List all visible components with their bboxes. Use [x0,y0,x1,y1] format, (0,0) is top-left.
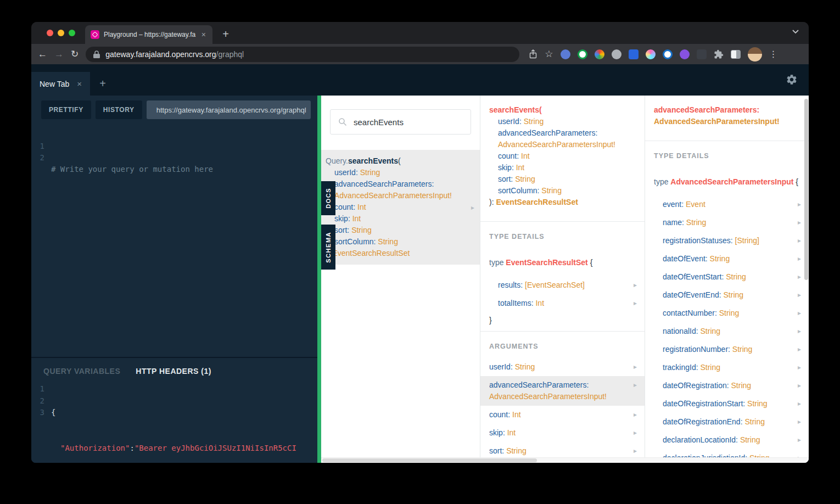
arg-type: Int [357,203,366,211]
field-name: searchEvents [348,156,398,165]
query-editor[interactable]: 1 2 # Write your query or mutation here [31,124,317,357]
line-number: 2 [31,152,44,164]
add-session-button[interactable]: + [90,72,115,96]
doc-argument-row[interactable]: skip: Int ▸ [480,424,645,442]
doc-field-row[interactable]: dateOfEventEnd: String▸ [645,286,809,304]
extension-icon-9[interactable] [697,49,707,59]
doc-field-row[interactable]: results: [EventSearchSet] ▸ [480,276,645,294]
scrollbar-thumb[interactable] [322,458,537,462]
extension-icon-3[interactable] [595,49,604,59]
extension-icon-2[interactable] [578,49,587,59]
doc-field-row[interactable]: dateOfRegistrationStart: String▸ [645,395,809,413]
share-icon[interactable] [529,49,537,59]
type-declaration[interactable]: type EventSearchResultSet { [480,248,645,276]
field-type: [EventSearchSet] [525,281,585,289]
doc-field-row[interactable]: nationalId: String▸ [645,322,809,340]
row-text: sort: String [489,445,527,457]
type-declaration[interactable]: type AdvancedSearchParametersInput { [645,167,809,195]
signature-line: advancedSearchParameters: [654,104,800,116]
browser-menu-icon[interactable]: ⋮ [769,49,778,59]
field-name: contactNumber: [663,309,719,317]
doc-field-row[interactable]: dateOfRegistrationEnd: String▸ [645,413,809,431]
horizontal-scrollbar[interactable] [321,457,809,463]
expand-arrow-icon: ▸ [798,380,801,391]
search-value: searchEvents [354,117,404,127]
docs-search-input[interactable]: searchEvents [330,109,471,135]
argument-header: advancedSearchParameters: AdvancedSearch… [645,96,809,141]
doc-field-row[interactable]: name: String▸ [645,214,809,232]
arg-type: String [524,117,544,126]
vertical-scrollbar[interactable] [804,96,809,463]
expand-arrow-icon: ▸ [634,409,637,421]
doc-field-row[interactable]: dateOfEvent: String▸ [645,250,809,268]
settings-gear-icon[interactable] [786,74,798,86]
history-button[interactable]: HISTORY [96,100,142,119]
doc-argument-row[interactable]: userId: String ▸ [480,358,645,376]
lock-icon [93,51,100,58]
expand-arrow-icon: ▸ [798,307,801,319]
http-headers-tab[interactable]: HTTP HEADERS (1) [136,367,211,376]
forward-button[interactable]: → [54,49,64,59]
new-tab-button[interactable]: + [218,26,233,42]
schema-side-tab[interactable]: SCHEMA [321,225,335,270]
endpoint-input[interactable]: https://gateway.farajaland.opencrvs.org/… [147,100,311,119]
extension-icon-4[interactable] [612,49,621,59]
docs-side-tab[interactable]: DOCS [321,181,335,215]
session-tab[interactable]: New Tab × [31,72,90,96]
arg-type: String [515,175,535,183]
reload-button[interactable]: ↻ [71,49,79,59]
search-result-item[interactable]: Query.searchEvents( userId: String advan… [321,150,480,265]
zoom-window-button[interactable] [69,30,75,36]
pane-divider[interactable] [317,96,321,463]
extension-icon-1[interactable] [561,49,570,59]
row-text: count: Int [489,409,521,421]
address-bar[interactable]: gateway.farajaland.opencrvs.org/graphql [86,47,519,62]
doc-field-row[interactable]: dateOfEventStart: String▸ [645,268,809,286]
query-variables-tab[interactable]: QUERY VARIABLES [43,367,120,376]
headers-code: { "Authorization":"Bearer eyJhbGciOiJSUz… [51,383,317,463]
back-button[interactable]: ← [38,49,47,59]
scrollbar-thumb[interactable] [804,99,808,280]
doc-field-row[interactable]: contactNumber: String▸ [645,304,809,322]
doc-field-row[interactable]: trackingId: String▸ [645,359,809,377]
extension-icon-5[interactable] [629,49,639,59]
search-wrap: searchEvents [321,96,480,143]
doc-field-row[interactable]: declarationLocationId: String▸ [645,431,809,449]
session-tab-close-icon[interactable]: × [77,79,82,88]
tab-close-icon[interactable]: × [200,30,207,39]
profile-avatar[interactable] [748,47,762,61]
arg-name: sort: [498,175,515,183]
editor-toolbar: PRETTIFY HISTORY https://gateway.farajal… [31,96,317,124]
doc-field-row[interactable]: event: Event▸ [645,195,809,214]
doc-argument-row[interactable]: count: Int ▸ [480,406,645,424]
close-window-button[interactable] [47,30,53,36]
row-text: dateOfEvent: String [663,253,730,265]
arg-type: String [506,446,527,455]
field-type: Int [535,299,544,307]
http-headers-editor[interactable]: 1 2 3 { "Authorization":"Bearer eyJhbGci… [31,380,317,463]
bookmark-star-icon[interactable]: ☆ [545,49,553,59]
expand-arrow-icon: ▸ [798,235,801,247]
extensions-puzzle-icon[interactable] [714,49,724,59]
prettify-button[interactable]: PRETTIFY [41,100,91,119]
expand-arrow-icon: ▸ [798,253,801,265]
punctuation: ): [489,198,496,206]
extension-icon-8[interactable] [680,49,690,59]
signature-line: count: Int [326,201,474,213]
arg-name: advancedSearchParameters: [498,128,597,137]
browser-tab[interactable]: Playground – https://gateway.fa × [85,25,212,44]
tab-search-chevron-icon[interactable] [792,30,799,34]
doc-argument-row-selected[interactable]: advancedSearchParameters: AdvancedSearch… [480,376,645,406]
side-panel-icon[interactable] [731,50,741,59]
doc-field-row[interactable]: registrationNumber: String▸ [645,340,809,359]
field-type: String [700,363,720,372]
minimize-window-button[interactable] [58,30,64,36]
section-label: TYPE DETAILS [480,222,645,248]
open-brace: { [588,258,593,267]
extension-icon-6[interactable] [646,49,656,59]
doc-field-row[interactable]: totalItems: Int ▸ [480,294,645,312]
extension-icon-7[interactable] [663,49,673,59]
doc-field-row[interactable]: registrationStatuses: [String]▸ [645,232,809,250]
expand-arrow-icon: ▸ [634,379,637,391]
doc-field-row[interactable]: dateOfRegistration: String▸ [645,377,809,395]
